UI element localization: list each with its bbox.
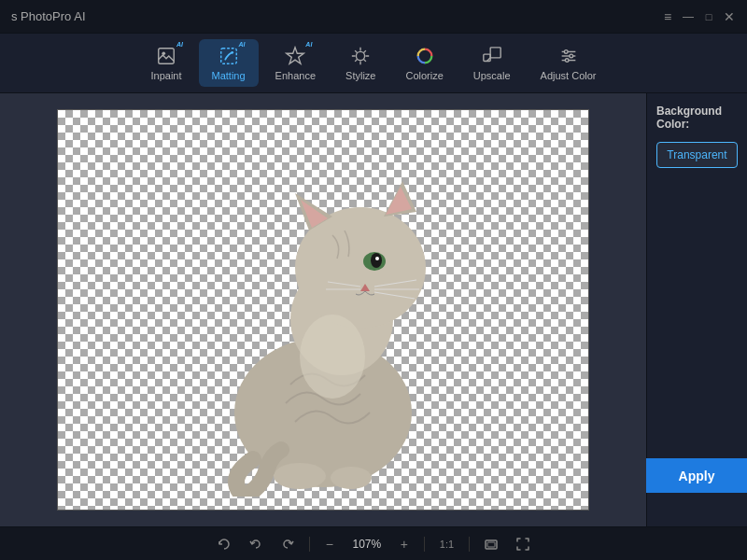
svg-point-14 <box>565 59 569 63</box>
svg-point-3 <box>231 51 233 54</box>
upscale-icon <box>481 45 503 67</box>
adjust-color-label: Adjust Color <box>541 70 597 81</box>
toolbar: AI Inpaint AI Matting AI Enhance <box>0 34 747 93</box>
titlebar: s PhotoPro AI ≡ — □ ✕ <box>0 0 747 34</box>
svg-rect-0 <box>159 49 175 64</box>
svg-rect-35 <box>487 542 495 547</box>
svg-marker-4 <box>287 48 303 63</box>
svg-point-32 <box>331 467 372 489</box>
separator-3 <box>469 537 470 552</box>
tool-adjust-color[interactable]: Adjust Color <box>528 39 610 87</box>
svg-rect-2 <box>220 49 236 64</box>
colorize-label: Colorize <box>405 70 443 81</box>
zoom-out-button[interactable]: − <box>321 536 338 553</box>
separator-1 <box>309 537 310 552</box>
undo-button[interactable] <box>246 534 266 554</box>
maximize-button[interactable]: □ <box>702 10 715 23</box>
close-button[interactable]: ✕ <box>723 10 736 23</box>
svg-rect-7 <box>484 54 490 61</box>
svg-point-5 <box>357 51 365 60</box>
apply-button[interactable]: Apply <box>646 458 747 493</box>
canvas-area <box>0 93 646 526</box>
enhance-label: Enhance <box>275 70 316 81</box>
bottom-bar: − 107% + 1:1 <box>0 526 747 560</box>
matting-icon: AI <box>218 45 240 67</box>
tool-matting[interactable]: AI Matting <box>199 39 259 87</box>
image-canvas <box>57 109 589 511</box>
bg-transparent-option[interactable]: Transparent <box>656 142 738 168</box>
svg-point-12 <box>564 50 568 54</box>
ratio-button[interactable]: 1:1 <box>436 537 458 552</box>
separator-2 <box>424 537 425 552</box>
cat-image <box>178 123 468 497</box>
minimize-button[interactable]: — <box>682 10 695 23</box>
bg-color-label: Background Color: <box>656 105 738 131</box>
rotate-left-button[interactable] <box>214 534 234 554</box>
tool-stylize[interactable]: Stylize <box>332 39 388 87</box>
inpaint-label: Inpaint <box>151 70 182 81</box>
upscale-label: Upscale <box>473 70 511 81</box>
svg-rect-8 <box>490 48 500 58</box>
fullscreen-button[interactable] <box>513 534 533 554</box>
app-title: s PhotoPro AI <box>11 9 86 23</box>
adjust-color-icon <box>557 45 580 67</box>
tool-colorize[interactable]: Colorize <box>392 39 456 87</box>
svg-point-31 <box>274 463 326 489</box>
svg-point-13 <box>569 54 572 58</box>
colorize-icon <box>414 45 436 67</box>
tool-upscale[interactable]: Upscale <box>460 39 524 87</box>
inpaint-icon: AI <box>155 45 177 67</box>
zoom-in-button[interactable]: + <box>396 536 413 553</box>
main-area: Background Color: Transparent Apply <box>0 93 747 526</box>
menu-icon[interactable]: ≡ <box>661 10 674 23</box>
tool-enhance[interactable]: AI Enhance <box>262 39 329 87</box>
tool-inpaint[interactable]: AI Inpaint <box>138 39 195 87</box>
window-controls: ≡ — □ ✕ <box>661 10 736 23</box>
cat-container <box>58 110 588 510</box>
matting-label: Matting <box>212 70 246 81</box>
redo-button[interactable] <box>277 534 298 554</box>
stylize-label: Stylize <box>345 70 375 81</box>
zoom-value: 107% <box>349 538 385 551</box>
svg-point-24 <box>375 257 379 260</box>
enhance-icon: AI <box>284 45 306 67</box>
fit-screen-button[interactable] <box>481 534 501 554</box>
svg-point-23 <box>371 253 382 268</box>
stylize-icon <box>349 45 372 67</box>
svg-point-33 <box>300 315 365 399</box>
